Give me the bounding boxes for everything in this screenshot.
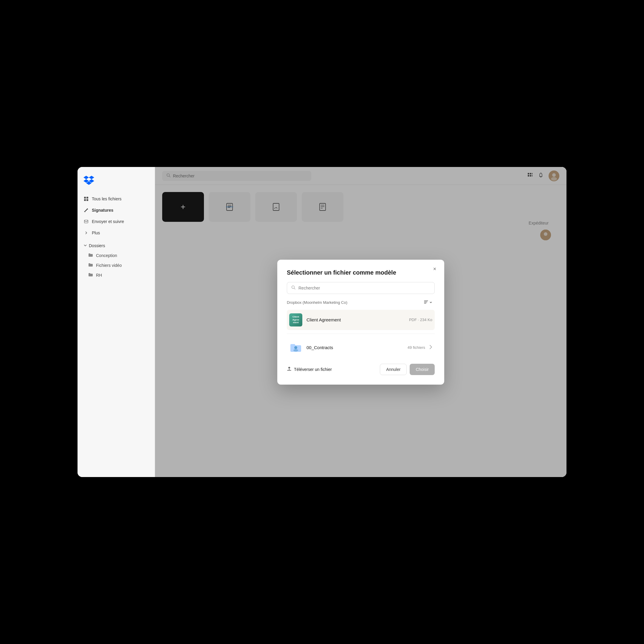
modal-divider [287,334,435,334]
list-icon [424,300,428,305]
sidebar-item-all-files-label: Tous les fichiers [92,196,122,201]
choose-button[interactable]: Choisir [410,364,435,375]
folder-icon-3 [88,273,93,278]
grid-icon [83,196,89,202]
sidebar-item-signatures[interactable]: Signatures [78,205,155,216]
file-name-client-agreement: Client Agreement [306,317,405,322]
svg-rect-3 [86,199,88,201]
sidebar-item-signatures-label: Signatures [92,208,113,213]
sidebar-item-all-files[interactable]: Tous les fichiers [78,193,155,205]
svg-rect-0 [84,197,86,199]
sidebar-folder-rh[interactable]: RH [78,270,155,280]
cancel-button[interactable]: Annuler [380,364,407,375]
dropbox-logo[interactable] [78,174,155,193]
svg-point-21 [294,346,297,349]
file-thumb-client-agreement: ClientAgreement [289,313,302,326]
modal-breadcrumb-text: Dropbox (Moonhelm Marketing Co) [287,300,347,305]
modal-sort-button[interactable] [422,299,435,306]
folder-rh-label: RH [96,273,102,278]
sidebar: Tous les fichiers Signatures Envoyer et … [78,167,155,477]
folders-section-label: Dossiers [89,243,105,248]
modal-search-bar[interactable] [287,282,435,294]
svg-rect-1 [86,197,88,199]
file-name-00-contracts: 00_Contracts [306,345,403,350]
svg-rect-2 [84,199,86,201]
modal-search-icon [291,285,295,291]
folder-fichiers-video-label: Fichiers vidéo [96,263,122,268]
main-content: + Expéditeur Sélectionner un fichier com… [155,167,566,477]
modal-breadcrumb: Dropbox (Moonhelm Marketing Co) [287,299,435,306]
modal-footer: Téléverser un fichier Annuler Choisir [287,364,435,375]
svg-point-22 [293,349,298,352]
modal-close-button[interactable]: × [430,264,439,274]
svg-rect-4 [84,220,88,223]
sidebar-folder-conception[interactable]: Conception [78,250,155,260]
sidebar-item-more-label: Plus [92,230,100,235]
folder-conception-label: Conception [96,253,117,258]
sidebar-item-more[interactable]: Plus [78,227,155,239]
upload-label: Téléverser un fichier [294,367,332,372]
chevron-down-small-icon [83,243,87,248]
modal: Sélectionner un fichier comme modèle × D… [277,260,444,385]
folder-icon [88,253,93,258]
file-item-00-contracts[interactable]: 00_Contracts 49 fichiers [287,338,435,358]
upload-icon [287,366,292,372]
modal-search-input[interactable] [298,286,430,290]
folder-chevron-icon [429,345,432,351]
modal-action-buttons: Annuler Choisir [380,364,435,375]
folders-section-header[interactable]: Dossiers [78,239,155,250]
file-meta-00-contracts: 49 fichiers [408,345,425,350]
folder-icon-2 [88,263,93,268]
upload-file-button[interactable]: Téléverser un fichier [287,364,332,374]
chevron-right-icon [83,230,89,236]
modal-overlay: Sélectionner un fichier comme modèle × D… [155,167,566,477]
pen-icon [83,208,89,213]
send-icon [83,219,89,224]
sidebar-folder-fichiers-video[interactable]: Fichiers vidéo [78,260,155,270]
sidebar-item-send-track[interactable]: Envoyer et suivre [78,216,155,227]
modal-title: Sélectionner un fichier comme modèle [287,269,435,276]
file-meta-client-agreement: PDF · 234 Ko [409,318,432,322]
sidebar-item-send-track-label: Envoyer et suivre [92,219,124,224]
chevron-down-icon [429,300,432,305]
file-thumb-00-contracts [289,341,302,354]
file-item-client-agreement[interactable]: ClientAgreement Client Agreement PDF · 2… [287,310,435,330]
